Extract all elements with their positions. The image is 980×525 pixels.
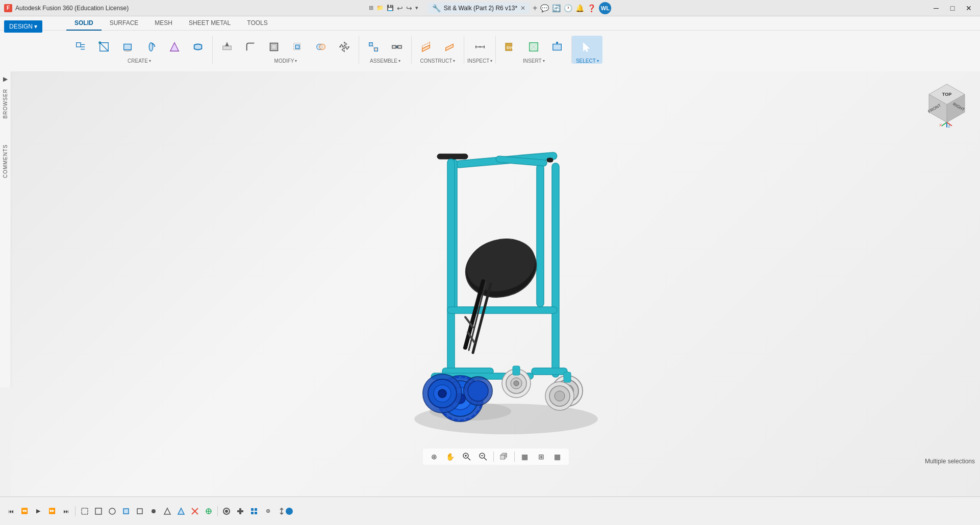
offset-plane-btn[interactable] bbox=[415, 36, 437, 58]
svg-point-24 bbox=[396, 46, 398, 48]
btm-toggle1[interactable] bbox=[106, 505, 119, 518]
attach-canvas-btn[interactable] bbox=[546, 36, 568, 58]
construct-group-label[interactable]: CONSTRUCT▾ bbox=[420, 58, 456, 64]
btm-cube2[interactable] bbox=[133, 505, 146, 518]
inspect-group-label[interactable]: INSPECT▾ bbox=[467, 58, 492, 64]
zoom-fit-btn[interactable] bbox=[476, 450, 490, 464]
quick-access-undo[interactable]: ↩ bbox=[397, 4, 403, 12]
pan-btn[interactable]: ✋ bbox=[443, 450, 458, 464]
document-tab[interactable]: 🔧 Sit & Walk (Part 2) R6 v13* ✕ bbox=[428, 3, 530, 14]
help-icon[interactable]: ❓ bbox=[587, 4, 596, 12]
tab-sheet-metal[interactable]: SHEET METAL bbox=[181, 16, 239, 31]
doc-close-icon[interactable]: ✕ bbox=[520, 5, 525, 12]
svg-rect-124 bbox=[255, 512, 257, 514]
svg-marker-27 bbox=[446, 44, 454, 51]
notifications-icon[interactable]: 💬 bbox=[540, 4, 549, 12]
close-btn[interactable]: ✕ bbox=[962, 1, 976, 15]
btm-icon4[interactable] bbox=[174, 505, 188, 518]
btm-move-icon[interactable]: ⊕ bbox=[261, 505, 274, 518]
svg-rect-53 bbox=[537, 164, 544, 307]
timeline-thumb[interactable] bbox=[286, 508, 293, 515]
btm-cube1[interactable] bbox=[119, 505, 133, 518]
step-fwd-btn[interactable]: ⏩ bbox=[45, 505, 59, 518]
quick-access-save[interactable]: 💾 bbox=[387, 5, 394, 11]
svg-point-88 bbox=[555, 391, 565, 401]
tab-surface[interactable]: SURFACE bbox=[102, 16, 147, 31]
grid-btn[interactable]: ⊞ bbox=[534, 450, 548, 464]
svg-rect-105 bbox=[95, 508, 102, 514]
midplane-btn[interactable] bbox=[438, 36, 461, 58]
comments-tab[interactable]: COMMENTS bbox=[2, 140, 9, 182]
btm-select-box[interactable] bbox=[78, 505, 91, 518]
display-mode-btn[interactable]: ▦ bbox=[518, 450, 532, 464]
btm-grid1[interactable] bbox=[247, 505, 261, 518]
btm-icon5[interactable] bbox=[188, 505, 202, 518]
quick-access-more[interactable]: ▾ bbox=[415, 5, 418, 11]
revolve-btn[interactable] bbox=[140, 36, 162, 58]
insert-svg-btn[interactable]: SVG bbox=[499, 36, 521, 58]
shell-btn[interactable] bbox=[263, 36, 285, 58]
btm-icon3[interactable] bbox=[161, 505, 174, 518]
svg-point-106 bbox=[109, 508, 115, 514]
new-joint-btn[interactable] bbox=[362, 36, 385, 58]
tab-mesh[interactable]: MESH bbox=[146, 16, 181, 31]
minimize-btn[interactable]: ─ bbox=[929, 1, 943, 15]
step-back-start-btn[interactable]: ⏮ bbox=[4, 505, 17, 518]
update-icon[interactable]: 🔄 bbox=[552, 4, 561, 12]
assemble-group-label[interactable]: ASSEMBLE▾ bbox=[370, 58, 400, 64]
svg-point-9 bbox=[149, 43, 153, 51]
pipe-btn[interactable] bbox=[187, 36, 209, 58]
create-sketch-btn[interactable] bbox=[93, 36, 115, 58]
measure-btn[interactable] bbox=[469, 36, 491, 58]
select-group-label[interactable]: SELECT▾ bbox=[576, 58, 599, 64]
app-title: Autodesk Fusion 360 (Education License) bbox=[15, 5, 129, 12]
svg-rect-56 bbox=[547, 158, 553, 162]
maximize-btn[interactable]: □ bbox=[945, 1, 960, 15]
inspect-group: INSPECT▾ bbox=[464, 36, 496, 64]
btm-dot1[interactable] bbox=[147, 505, 160, 518]
btm-gear1[interactable] bbox=[220, 505, 233, 518]
move-btn[interactable] bbox=[333, 36, 356, 58]
step-fwd-end-btn[interactable]: ⏭ bbox=[59, 505, 72, 518]
browser-tab[interactable]: BROWSER bbox=[2, 85, 9, 123]
modify-group-label[interactable]: MODIFY▾ bbox=[274, 58, 297, 64]
bell-icon[interactable]: 🔔 bbox=[575, 4, 584, 12]
quick-access-new[interactable]: ⊞ bbox=[369, 5, 373, 11]
step-back-btn[interactable]: ⏪ bbox=[18, 505, 31, 518]
press-pull-btn[interactable] bbox=[216, 36, 238, 58]
svg-rect-23 bbox=[398, 45, 401, 48]
select-btn[interactable] bbox=[576, 36, 598, 58]
browser-arrow[interactable]: ▶ bbox=[3, 75, 8, 83]
scale-btn[interactable] bbox=[286, 36, 309, 58]
btm-gear2[interactable] bbox=[234, 505, 247, 518]
extrude-btn[interactable] bbox=[116, 36, 139, 58]
insert-mesh-btn[interactable] bbox=[522, 36, 545, 58]
svg-rect-122 bbox=[255, 508, 257, 511]
svg-point-80 bbox=[468, 381, 488, 401]
combine-btn[interactable] bbox=[310, 36, 332, 58]
tab-tools[interactable]: TOOLS bbox=[239, 16, 275, 31]
design-dropdown-btn[interactable]: DESIGN ▾ bbox=[4, 20, 42, 33]
btm-icon6[interactable] bbox=[202, 505, 215, 518]
new-component-btn[interactable] bbox=[69, 36, 92, 58]
clock-icon[interactable]: 🕐 bbox=[564, 4, 572, 12]
svg-line-65 bbox=[465, 281, 483, 348]
create-group-label[interactable]: CREATE▾ bbox=[128, 58, 151, 64]
user-avatar[interactable]: WL bbox=[599, 2, 611, 14]
loft-btn[interactable] bbox=[163, 36, 186, 58]
quick-access-redo[interactable]: ↪ bbox=[406, 4, 412, 12]
new-tab-btn[interactable]: + bbox=[533, 4, 537, 13]
zoom-scroll-btn[interactable] bbox=[460, 450, 474, 464]
joint-btn[interactable] bbox=[386, 36, 408, 58]
quick-access-open[interactable]: 📁 bbox=[376, 5, 384, 11]
fillet-btn[interactable] bbox=[239, 36, 262, 58]
tab-solid[interactable]: SOLID bbox=[66, 16, 102, 31]
orbit-btn[interactable]: ⊕ bbox=[427, 450, 441, 464]
bottom-toolbar-buttons: ⏮ ⏪ ▶ ⏩ ⏭ ⊕ bbox=[4, 505, 297, 518]
play-btn[interactable]: ▶ bbox=[32, 505, 45, 518]
visual-style-btn[interactable]: ▦ bbox=[550, 450, 565, 464]
btm-select-paint[interactable] bbox=[92, 505, 105, 518]
view-cube-btn[interactable] bbox=[497, 450, 511, 464]
svg-text:SVG: SVG bbox=[507, 45, 515, 50]
insert-group-label[interactable]: INSERT▾ bbox=[523, 58, 545, 64]
